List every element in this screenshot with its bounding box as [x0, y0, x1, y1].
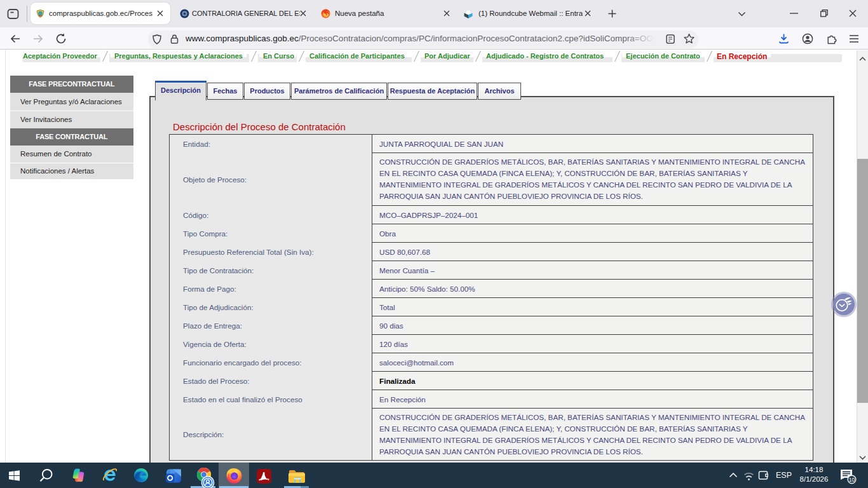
svg-text:10: 10 — [849, 477, 855, 483]
